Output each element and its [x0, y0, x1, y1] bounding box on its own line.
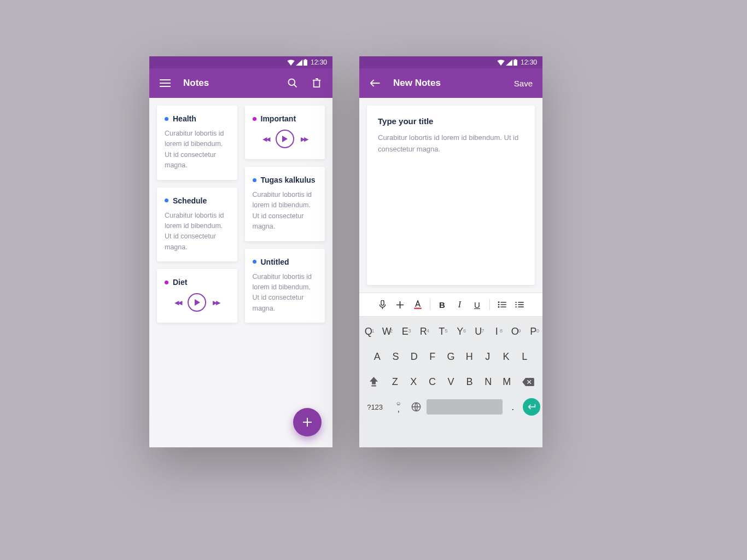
- keyboard: Q1 W2 E3 R4 T5 Y6 U7 I8 O9 P0 A S D F G …: [359, 317, 542, 447]
- save-button[interactable]: Save: [514, 79, 533, 88]
- key-s[interactable]: S: [387, 351, 405, 363]
- category-dot: [165, 117, 168, 121]
- keyboard-row-1: Q1 W2 E3 R4 T5 Y6 U7 I8 O9 P0: [359, 319, 542, 344]
- notes-column-2: Important ◀◀ ▶▶ Tugas kalkulus Curabitur…: [245, 106, 325, 440]
- svg-point-7: [498, 301, 499, 303]
- key-h[interactable]: H: [460, 351, 478, 363]
- trash-icon[interactable]: [311, 77, 323, 89]
- backspace-key[interactable]: [516, 378, 540, 386]
- editor-card[interactable]: Type your title Curabitur lobortis id lo…: [367, 106, 535, 285]
- card-title: Schedule: [173, 196, 207, 205]
- key-e[interactable]: E3: [396, 326, 415, 337]
- note-card[interactable]: Health Curabitur lobortis id lorem id bi…: [157, 106, 237, 180]
- key-v[interactable]: V: [441, 376, 460, 388]
- card-title: Health: [173, 114, 196, 123]
- menu-icon[interactable]: [159, 77, 171, 89]
- numbered-list-icon[interactable]: [512, 297, 527, 312]
- svg-rect-3: [513, 60, 517, 66]
- search-icon[interactable]: [287, 77, 299, 89]
- key-f[interactable]: F: [423, 351, 442, 363]
- category-dot: [253, 178, 256, 182]
- forward-icon[interactable]: ▶▶: [301, 136, 307, 143]
- emoji-key[interactable]: ☺,: [390, 401, 406, 413]
- keyboard-row-3: Z X C V B N M: [359, 369, 542, 394]
- text-color-icon[interactable]: [410, 297, 425, 312]
- note-card[interactable]: Schedule Curabitur lobortis id lorem id …: [157, 188, 237, 262]
- key-g[interactable]: G: [442, 351, 460, 363]
- key-c[interactable]: C: [423, 376, 441, 388]
- mic-icon[interactable]: [375, 297, 390, 312]
- rewind-icon[interactable]: ◀◀: [262, 136, 269, 143]
- key-x[interactable]: X: [404, 376, 423, 388]
- key-z[interactable]: Z: [386, 376, 404, 388]
- notes-column-1: Health Curabitur lobortis id lorem id bi…: [157, 106, 237, 440]
- key-y[interactable]: Y6: [451, 326, 470, 337]
- note-card[interactable]: Untitled Curabitur lobortis id lorem id …: [245, 249, 325, 323]
- card-title: Important: [261, 114, 296, 123]
- key-l[interactable]: L: [515, 351, 534, 363]
- app-bar: New Notes Save: [359, 68, 542, 98]
- enter-key[interactable]: [523, 398, 540, 416]
- note-editor-screen: 12:30 New Notes Save Type your title Cur…: [359, 56, 542, 447]
- key-n[interactable]: N: [479, 376, 498, 388]
- key-d[interactable]: D: [405, 351, 423, 363]
- rewind-icon[interactable]: ◀◀: [174, 299, 181, 306]
- cellular-icon: [296, 60, 302, 66]
- note-card[interactable]: Important ◀◀ ▶▶: [245, 106, 325, 159]
- app-bar: Notes: [149, 68, 332, 98]
- status-bar: 12:30: [359, 56, 542, 68]
- title-input[interactable]: Type your title: [378, 116, 524, 126]
- card-title: Untitled: [261, 258, 289, 266]
- card-body: Curabitur lobortis id lorem id bibendum.…: [165, 211, 230, 253]
- space-key[interactable]: [427, 399, 503, 415]
- italic-icon[interactable]: I: [452, 297, 468, 312]
- shift-key[interactable]: [361, 377, 386, 387]
- card-body: Curabitur lobortis id lorem id bibendum.…: [253, 190, 318, 232]
- key-w[interactable]: W2: [378, 326, 396, 337]
- svg-rect-5: [381, 300, 384, 305]
- period-key[interactable]: .: [505, 401, 521, 413]
- underline-icon[interactable]: U: [470, 297, 485, 312]
- bullet-list-icon[interactable]: [494, 297, 510, 312]
- play-icon[interactable]: [188, 293, 206, 312]
- key-u[interactable]: U7: [469, 326, 488, 337]
- key-j[interactable]: J: [478, 351, 497, 363]
- note-card[interactable]: Tugas kalkulus Curabitur lobortis id lor…: [245, 167, 325, 241]
- symbols-key[interactable]: ?123: [361, 403, 388, 411]
- page-title: Notes: [183, 78, 275, 89]
- svg-rect-4: [515, 59, 516, 60]
- notes-grid: Health Curabitur lobortis id lorem id bi…: [149, 98, 332, 447]
- play-icon[interactable]: [276, 130, 294, 148]
- notes-list-screen: 12:30 Notes Health Curabitur lobortis id…: [149, 56, 332, 447]
- add-note-fab[interactable]: [293, 408, 322, 436]
- add-icon[interactable]: [393, 297, 408, 312]
- body-input[interactable]: Curabitur lobortis id lorem id bibendum.…: [378, 132, 524, 155]
- category-dot: [165, 199, 168, 202]
- back-icon[interactable]: [369, 77, 381, 89]
- key-i[interactable]: I8: [488, 326, 506, 337]
- category-dot: [165, 281, 168, 284]
- category-dot: [253, 260, 256, 264]
- category-dot: [253, 117, 256, 121]
- svg-point-9: [498, 306, 499, 308]
- battery-icon: [513, 59, 517, 66]
- key-r[interactable]: R4: [415, 326, 433, 337]
- note-card[interactable]: Diet ◀◀ ▶▶: [157, 269, 237, 323]
- key-o[interactable]: O9: [506, 326, 524, 337]
- svg-rect-10: [371, 385, 376, 386]
- forward-icon[interactable]: ▶▶: [213, 299, 219, 306]
- wifi-icon: [287, 60, 295, 66]
- key-k[interactable]: K: [497, 351, 516, 363]
- globe-key[interactable]: [408, 402, 424, 412]
- key-p[interactable]: P0: [524, 326, 543, 337]
- card-body: Curabitur lobortis id lorem id bibendum.…: [253, 272, 318, 314]
- svg-rect-6: [414, 307, 422, 309]
- status-bar: 12:30: [149, 56, 332, 68]
- key-m[interactable]: M: [498, 376, 516, 388]
- bold-icon[interactable]: B: [435, 297, 450, 312]
- key-q[interactable]: Q1: [359, 326, 378, 337]
- status-time: 12:30: [521, 59, 537, 66]
- key-b[interactable]: B: [460, 376, 479, 388]
- key-t[interactable]: T5: [433, 326, 451, 337]
- key-a[interactable]: A: [368, 351, 387, 363]
